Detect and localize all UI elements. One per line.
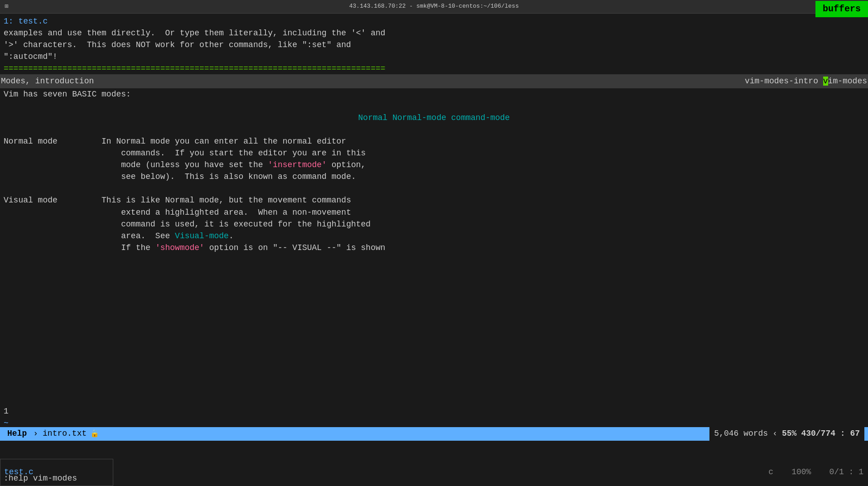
bottom-bar: test.c c 100% 0/1 : 1 (0, 459, 868, 486)
section-header: Modes, introduction vim-modes-intro vim-… (0, 74, 868, 88)
line-text-3: ":autocmd"! (4, 52, 58, 61)
visual-desc-4-after: . (229, 231, 234, 241)
line-text-1: examples and use them directly. Or type … (4, 29, 386, 38)
tilde-1: ~ (4, 417, 9, 429)
editor-content: 1: test.c examples and use them directly… (0, 14, 868, 409)
status-lock-icon: 🔒 (88, 429, 101, 439)
header-right-rest: im-modes (828, 77, 867, 86)
header-highlight-char: v (823, 77, 828, 86)
status-percent: 55% (782, 428, 796, 439)
bottom-percent: 100% (791, 467, 811, 478)
title-bar: ⊞ 43.143.168.70:22 - smk@VM-8-10-centos:… (0, 0, 868, 14)
normal-desc-3-before: mode (unless you have set the (121, 160, 268, 169)
status-words: 5,046 words (714, 428, 768, 439)
title-bar-text: 43.143.168.70:22 - smk@VM-8-10-centos:~/… (349, 2, 519, 10)
status-bar-left: Help › intro.txt 🔒 (4, 428, 101, 439)
status-arrow: › (30, 428, 41, 439)
bottom-right-panel: c 100% 0/1 : 1 (113, 459, 868, 486)
line-text-2: '>' characters. This does NOT work for o… (4, 40, 351, 49)
visual-desc-2: extend a highlighted area. When a non-mo… (121, 208, 351, 217)
visual-desc-5-after: option is on "-- VISUAL --" is shown (204, 243, 386, 252)
visual-mode-link[interactable]: Visual-mode (175, 231, 229, 241)
status-arrow-left: ‹ (772, 428, 777, 439)
normal-desc-1: In Normal mode you can enter all the nor… (101, 137, 346, 146)
header-right-plain: vim-modes-intro (745, 77, 823, 86)
normal-mode-link[interactable]: Normal Normal-mode command-mode (4, 112, 864, 124)
normal-desc-2: commands. If you start the editor you ar… (121, 149, 366, 158)
body-text: Vim has seven BASIC modes: Normal Normal… (4, 88, 864, 254)
visual-mode-label: Visual mode (4, 196, 58, 205)
insertmode-link[interactable]: 'insertmode' (268, 160, 327, 169)
tilde-2: ~ (4, 429, 9, 441)
cmd-line[interactable]: :help vim-modes (4, 473, 77, 484)
editor-text: 1: test.c examples and use them directly… (4, 15, 864, 63)
terminal-window: ⊞ 43.143.168.70:22 - smk@VM-8-10-centos:… (0, 0, 868, 486)
normal-mode-label: Normal mode (4, 137, 58, 146)
bottom-filetype: c (768, 467, 773, 478)
intro-line: Vim has seven BASIC modes: (4, 90, 131, 99)
visual-desc-3: command is used, it is executed for the … (121, 220, 371, 229)
visual-desc-5-before: If the (121, 243, 155, 252)
status-filename: intro.txt (41, 428, 88, 439)
tilde-area: 1 ~ ~ (4, 405, 9, 441)
visual-desc-4-before: area. See (121, 231, 175, 241)
header-right: vim-modes-intro vim-modes (745, 75, 867, 87)
separator-line: ========================================… (4, 63, 864, 74)
showmode-link[interactable]: 'showmode' (155, 243, 204, 252)
status-bar: Help › intro.txt 🔒 5,046 words ‹ 55% 430… (0, 427, 868, 441)
header-left: Modes, introduction (1, 75, 94, 87)
status-position: 430/774 : 67 (801, 428, 860, 439)
line-1-num: 1 (4, 405, 9, 417)
buffers-badge[interactable]: buffers (815, 1, 868, 17)
bottom-position: 0/1 : 1 (829, 467, 863, 478)
title-bar-icon: ⊞ (5, 2, 8, 11)
normal-desc-4: see below). This is also known as comman… (121, 172, 356, 181)
filename-highlight: test.c (18, 17, 48, 26)
line-number: 1: (4, 17, 14, 26)
status-bar-right: 5,046 words ‹ 55% 430/774 : 67 (709, 427, 864, 441)
visual-desc-1: This is like Normal mode, but the moveme… (101, 196, 351, 205)
normal-desc-3-after: option, (327, 160, 366, 169)
